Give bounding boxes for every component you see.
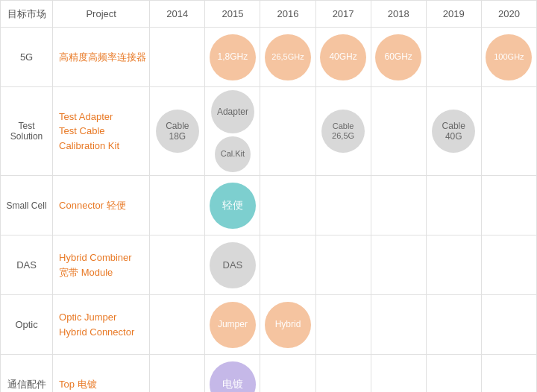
- header-2016: 2016: [260, 1, 315, 28]
- cell-5g-2014: [150, 28, 205, 87]
- cell-comm-2019: [426, 355, 481, 393]
- project-optic: Optic JumperHybrid Connector: [53, 295, 150, 355]
- cell-das-2019: [426, 235, 481, 295]
- project-smallcell: Connector 轻便: [53, 176, 150, 235]
- header-2014: 2014: [150, 1, 205, 28]
- cell-optic-2019: [426, 295, 481, 355]
- header-market: 目标市场: [1, 1, 53, 28]
- project-das: Hybrid Combiner宽带 Module: [53, 235, 150, 295]
- cell-comm-2020: [481, 355, 536, 393]
- cell-das-2015: DAS: [205, 235, 260, 295]
- cell-sc-2015: 轻便: [205, 176, 260, 235]
- cell-5g-2017: 40GHz: [315, 28, 371, 87]
- cell-sc-2016: [260, 176, 315, 235]
- cell-optic-2020: [481, 295, 536, 355]
- cell-5g-2020: 100GHz: [481, 28, 536, 87]
- row-comm: 通信配件 Top 电镀 电镀: [1, 355, 537, 393]
- cell-das-2017: [315, 235, 371, 295]
- row-test: Test Solution Test AdapterTest CableCali…: [1, 87, 537, 176]
- market-optic: Optic: [1, 295, 53, 355]
- market-test: Test Solution: [1, 87, 53, 176]
- row-5g: 5G 高精度高频率连接器 1,8GHz 26,5GHz 40GHz 60GHz: [1, 28, 537, 87]
- cell-sc-2014: [150, 176, 205, 235]
- cell-comm-2018: [371, 355, 426, 393]
- cell-optic-2015: Jumper: [205, 295, 260, 355]
- header-2019: 2019: [426, 1, 481, 28]
- cell-test-2016: [260, 87, 315, 176]
- cell-optic-2018: [371, 295, 426, 355]
- cell-optic-2017: [315, 295, 371, 355]
- cell-test-2020: [481, 87, 536, 176]
- header-2018: 2018: [371, 1, 426, 28]
- cell-comm-2015: 电镀: [205, 355, 260, 393]
- market-das: DAS: [1, 235, 53, 295]
- row-smallcell: Small Cell Connector 轻便 轻便: [1, 176, 537, 235]
- cell-sc-2020: [481, 176, 536, 235]
- roadmap-table: 目标市场 Project 2014 2015 2016 2017 2018 20…: [0, 0, 537, 392]
- cell-comm-2016: [260, 355, 315, 393]
- cell-sc-2019: [426, 176, 481, 235]
- cell-test-2017: Cable26,5G: [315, 87, 371, 176]
- cell-das-2014: [150, 235, 205, 295]
- project-5g: 高精度高频率连接器: [53, 28, 150, 87]
- cell-test-2014: Cable18G: [150, 87, 205, 176]
- cell-das-2018: [371, 235, 426, 295]
- cell-sc-2018: [371, 176, 426, 235]
- cell-das-2016: [260, 235, 315, 295]
- project-comm: Top 电镀: [53, 355, 150, 393]
- row-das: DAS Hybrid Combiner宽带 Module DAS: [1, 235, 537, 295]
- cell-sc-2017: [315, 176, 371, 235]
- header-2017: 2017: [315, 1, 371, 28]
- cell-test-2019: Cable40G: [426, 87, 481, 176]
- market-smallcell: Small Cell: [1, 176, 53, 235]
- cell-das-2020: [481, 235, 536, 295]
- cell-test-2015: Adapter Cal.Kit: [205, 87, 260, 176]
- market-comm: 通信配件: [1, 355, 53, 393]
- row-optic: Optic Optic JumperHybrid Connector Jumpe…: [1, 295, 537, 355]
- cell-test-2018: [371, 87, 426, 176]
- cell-5g-2019: [426, 28, 481, 87]
- cell-comm-2014: [150, 355, 205, 393]
- cell-5g-2018: 60GHz: [371, 28, 426, 87]
- cell-optic-2014: [150, 295, 205, 355]
- header-project: Project: [53, 1, 150, 28]
- cell-5g-2016: 26,5GHz: [260, 28, 315, 87]
- project-test: Test AdapterTest CableCalibration Kit: [53, 87, 150, 176]
- cell-5g-2015: 1,8GHz: [205, 28, 260, 87]
- header-row: 目标市场 Project 2014 2015 2016 2017 2018 20…: [1, 1, 537, 28]
- market-5g: 5G: [1, 28, 53, 87]
- cell-comm-2017: [315, 355, 371, 393]
- header-2020: 2020: [481, 1, 536, 28]
- header-2015: 2015: [205, 1, 260, 28]
- cell-optic-2016: Hybrid: [260, 295, 315, 355]
